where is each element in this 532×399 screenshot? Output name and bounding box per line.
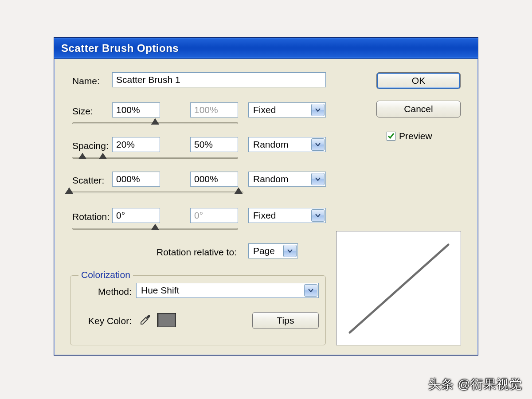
scatter-value-a[interactable] <box>112 172 160 187</box>
cancel-button[interactable]: Cancel <box>376 101 461 117</box>
dialog-client-area: Name: Size: Fixed Spacing: Random <box>54 59 478 355</box>
dropdown-arrow-icon[interactable] <box>311 173 325 185</box>
spacing-mode-value: Random <box>253 139 288 149</box>
preview-checkbox[interactable]: Preview <box>387 131 432 141</box>
scatter-mode-dropdown[interactable]: Random <box>248 172 326 187</box>
watermark-text: 头条 @衍果视觉 <box>428 376 522 393</box>
spacing-slider[interactable] <box>72 154 238 162</box>
rotation-label: Rotation: <box>72 211 110 222</box>
window-title: Scatter Brush Options <box>61 42 179 55</box>
rotation-relative-dropdown[interactable]: Page <box>248 243 298 258</box>
method-dropdown[interactable]: Hue Shift <box>136 283 319 298</box>
preview-label: Preview <box>399 131 432 141</box>
size-mode-dropdown[interactable]: Fixed <box>248 102 326 117</box>
dropdown-arrow-icon[interactable] <box>311 104 325 116</box>
slider-handle[interactable] <box>151 224 159 230</box>
colorization-groupbox: Colorization Method: Hue Shift Key Color… <box>70 275 326 345</box>
slider-track <box>72 157 238 159</box>
rotation-mode-value: Fixed <box>253 210 276 220</box>
size-mode-value: Fixed <box>253 105 276 115</box>
rotation-mode-dropdown[interactable]: Fixed <box>248 208 326 223</box>
slider-handle-max[interactable] <box>99 153 107 159</box>
checkbox-box <box>387 132 395 141</box>
spacing-mode-dropdown[interactable]: Random <box>248 137 326 152</box>
eyedropper-icon[interactable] <box>140 314 152 326</box>
brush-preview-panel <box>336 231 461 345</box>
spacing-label: Spacing: <box>72 141 109 151</box>
size-value-a[interactable] <box>112 102 160 117</box>
dialog-window: Scatter Brush Options Name: Size: Fixed … <box>54 37 478 356</box>
brush-preview-stroke <box>336 231 462 346</box>
method-value: Hue Shift <box>141 285 179 295</box>
rotation-relative-value: Page <box>253 246 275 256</box>
ok-button[interactable]: OK <box>376 72 461 89</box>
slider-handle-max[interactable] <box>235 188 243 194</box>
dropdown-arrow-icon[interactable] <box>283 245 297 257</box>
colorization-legend: Colorization <box>78 270 133 280</box>
slider-track <box>67 192 243 193</box>
tips-button[interactable]: Tips <box>252 312 319 329</box>
size-value-b <box>190 102 238 117</box>
slider-handle-min[interactable] <box>65 188 73 194</box>
scatter-value-b[interactable] <box>190 172 238 187</box>
method-label: Method: <box>98 286 132 297</box>
dropdown-arrow-icon[interactable] <box>311 138 325 151</box>
size-label: Size: <box>72 106 93 117</box>
dropdown-arrow-icon[interactable] <box>304 284 317 297</box>
size-slider[interactable] <box>72 119 238 127</box>
spacing-value-b[interactable] <box>190 137 238 152</box>
scatter-mode-value: Random <box>253 174 288 184</box>
slider-handle-min[interactable] <box>78 153 86 159</box>
dropdown-arrow-icon[interactable] <box>311 209 325 222</box>
titlebar[interactable]: Scatter Brush Options <box>54 38 478 59</box>
slider-handle[interactable] <box>151 118 159 125</box>
scatter-label: Scatter: <box>72 175 104 186</box>
key-color-label: Key Color: <box>88 316 132 326</box>
name-label: Name: <box>72 76 100 86</box>
rotation-relative-label: Rotation relative to: <box>156 247 237 258</box>
svg-line-0 <box>350 245 448 332</box>
scatter-slider[interactable] <box>67 188 243 196</box>
rotation-slider[interactable] <box>72 225 238 233</box>
spacing-value-a[interactable] <box>112 137 160 152</box>
key-color-swatch[interactable] <box>157 313 176 327</box>
rotation-value-b <box>190 208 238 223</box>
rotation-value-a[interactable] <box>112 208 160 223</box>
name-input[interactable] <box>112 72 326 87</box>
